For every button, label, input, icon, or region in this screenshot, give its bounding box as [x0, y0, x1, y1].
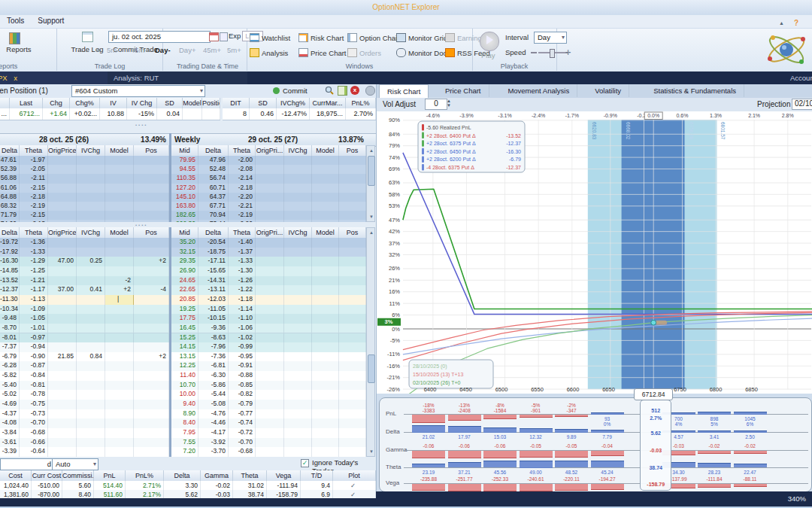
column-header[interactable]: Theta: [229, 145, 256, 156]
column-header[interactable]: Model: [105, 145, 134, 156]
chain-row[interactable]: -3.84-0.68: [0, 428, 169, 439]
chain-row[interactable]: 14.15-7.96-0.99: [171, 342, 366, 353]
chain-row[interactable]: -8.70-1.01: [0, 324, 169, 334]
column-header[interactable]: [0, 98, 10, 108]
column-header[interactable]: IV: [100, 98, 127, 108]
chain-row[interactable]: 8.90-4.76-0.77: [171, 409, 366, 420]
close-icon[interactable]: x: [14, 74, 17, 82]
chain-row[interactable]: 12.25-6.81-0.91: [171, 361, 366, 372]
chain-row[interactable]: 7.95-4.17-0.72: [171, 428, 366, 439]
chain-row[interactable]: -17.92-1.33: [0, 248, 169, 258]
tab-analysis-spx[interactable]: Analysis: SPX x: [0, 71, 117, 84]
column-header[interactable]: Delta: [164, 470, 201, 481]
chain-row[interactable]: 202.3073.44-2.20: [171, 220, 366, 222]
chain-row[interactable]: 145.1064.37-2.20: [171, 193, 366, 202]
chain-row[interactable]: 127.2060.71-2.18: [171, 184, 366, 193]
menu-tools[interactable]: Tools: [0, 15, 31, 26]
chain-row[interactable]: 15.25-8.63-1.02: [171, 333, 366, 344]
chain-row[interactable]: -4.37-0.73: [0, 409, 169, 420]
chain-row[interactable]: 32.15-18.75-1.37: [171, 248, 366, 258]
column-header[interactable]: Delta: [198, 145, 229, 156]
column-header[interactable]: Curr Cost: [32, 470, 62, 481]
column-header[interactable]: Vega: [267, 470, 301, 481]
column-header[interactable]: Delta: [198, 227, 229, 238]
column-header[interactable]: Model: [105, 227, 134, 238]
editing-cell[interactable]: |: [105, 295, 134, 305]
chain-row[interactable]: -4.08-0.70: [0, 418, 169, 429]
chain-row[interactable]: -12.37-1.1737.000.41+2-4: [0, 285, 169, 296]
chain-row[interactable]: 56.88-2.11: [0, 174, 169, 184]
gear-icon[interactable]: [365, 86, 375, 96]
column-header[interactable]: Position: [202, 98, 220, 108]
chain-row[interactable]: 8.40-4.46-0.74: [171, 418, 366, 429]
chain-row[interactable]: 22.65-13.11-1.22: [171, 285, 366, 296]
chain-row[interactable]: 11.40-6.30-0.88: [171, 371, 366, 382]
column-header[interactable]: Delta: [0, 145, 20, 156]
chain-row[interactable]: 182.6570.94-2.19: [171, 211, 366, 221]
chain-row[interactable]: 71.79-2.15: [0, 211, 169, 221]
plot-checkbox[interactable]: ✓: [333, 481, 376, 490]
chain-row[interactable]: -11.30-1.13|: [0, 295, 169, 306]
risk-chart-plot[interactable]: 90%84%79%74%69%63%58%53%47%42%37%32%26%2…: [377, 111, 812, 394]
tab-analysis-rut[interactable]: Analysis: RUT: [108, 71, 247, 84]
risk-tab-statistics-fundamentals[interactable]: Statistics & Fundamentals: [646, 84, 744, 97]
column-header[interactable]: Pos: [134, 227, 169, 238]
chain-row[interactable]: -5.82-0.84: [0, 371, 169, 382]
help-icon[interactable]: ?: [794, 19, 798, 27]
column-header[interactable]: Mid: [171, 145, 198, 156]
column-header[interactable]: Model: [183, 98, 202, 108]
step-back-icon[interactable]: «: [96, 45, 101, 54]
chain-row[interactable]: 10.70-5.86-0.85: [171, 381, 366, 391]
column-header[interactable]: IVChg: [77, 145, 105, 156]
risk-tab-risk-chart[interactable]: Risk Chart: [379, 84, 429, 98]
chain-row[interactable]: 29.35-17.11-1.33: [171, 257, 366, 267]
chain-row[interactable]: 26.90-15.65-1.30: [171, 266, 366, 277]
time-step-5mminus[interactable]: 5m-: [107, 46, 119, 54]
chain-row[interactable]: -4.69-0.75: [0, 400, 169, 410]
chain-row[interactable]: 13.15-7.36-0.95: [171, 352, 366, 363]
time-step-45mplus[interactable]: 45m+: [203, 46, 221, 54]
column-header[interactable]: SD: [250, 98, 277, 108]
chain-row[interactable]: 10.00-5.44-0.82: [171, 390, 366, 400]
column-header[interactable]: DIT: [223, 98, 250, 108]
export-icon[interactable]: [338, 86, 347, 96]
column-header[interactable]: OrigPri...: [256, 227, 284, 238]
column-header[interactable]: Theta: [20, 227, 48, 238]
chain-row[interactable]: -8.01-0.97: [0, 333, 169, 344]
chain-row[interactable]: 16.45-9.36-1.06: [171, 324, 366, 334]
column-header[interactable]: IVChg: [284, 145, 312, 156]
scroll-down-icon[interactable]: ▼: [368, 213, 375, 221]
risk-tab-volatility[interactable]: Volatility: [587, 84, 629, 97]
column-header[interactable]: Chg%: [70, 98, 100, 108]
chain-row[interactable]: -5.40-0.81: [0, 381, 169, 391]
column-header[interactable]: CurrMar...: [310, 98, 346, 108]
chain-row[interactable]: 24.65-14.31-1.26: [171, 276, 366, 287]
interval-select[interactable]: Day▾: [534, 32, 567, 44]
chain-row[interactable]: 20.85-12.03-1.18: [171, 295, 366, 306]
chain-row[interactable]: -14.85-1.25: [0, 266, 169, 277]
time-step-45mminus[interactable]: 45m-: [131, 46, 147, 54]
column-header[interactable]: PnL%: [126, 470, 164, 481]
column-header[interactable]: SD: [157, 98, 183, 108]
column-header[interactable]: OrigPrice: [48, 227, 77, 238]
scroll-down-icon[interactable]: ▼: [368, 448, 375, 455]
column-header[interactable]: IV Chg: [127, 98, 157, 108]
chain-row[interactable]: 61.06-2.15: [0, 184, 169, 193]
trading-date-input[interactable]: ju. 02 oct. 2025: [108, 31, 211, 43]
column-header[interactable]: Pos: [134, 145, 169, 156]
chain-row[interactable]: -10.34-1.09: [0, 305, 169, 315]
search-icon[interactable]: [325, 86, 334, 95]
column-header[interactable]: Pos: [339, 145, 366, 156]
chain-row[interactable]: -5.02-0.78: [0, 390, 169, 400]
time-step-Dayminus[interactable]: Day-: [155, 46, 171, 54]
mode-select[interactable]: Auto▾: [52, 458, 98, 470]
column-header[interactable]: IVChg%: [277, 98, 310, 108]
chain-row[interactable]: -3.39-0.64: [0, 447, 169, 457]
column-header[interactable]: Theta: [233, 470, 267, 481]
scroll-thumb[interactable]: [368, 354, 375, 383]
column-header[interactable]: Last: [10, 98, 43, 108]
column-header[interactable]: Cost: [0, 470, 32, 481]
column-header[interactable]: Commissi...: [62, 470, 94, 481]
chain-row[interactable]: -6.28-0.87: [0, 361, 169, 372]
column-header[interactable]: IVChg: [284, 227, 312, 238]
